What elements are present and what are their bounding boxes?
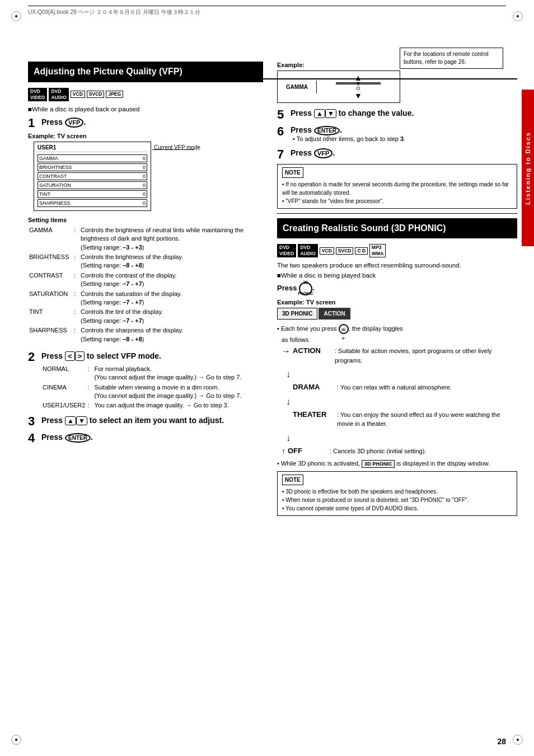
- badge-dvd-video: DVDVIDEO: [28, 88, 47, 101]
- corner-tr: [513, 11, 523, 21]
- flow-down-2: ↓: [286, 397, 517, 407]
- step-3-title: Press ▲▼ to select an item you want to a…: [41, 416, 224, 425]
- tv-screen: USER1 GAMMA 0 BRIGHTNESS 0 CONTRAST 0 SA…: [34, 142, 151, 211]
- flow-diagram: → ACTION : Suitable for action movies, s…: [282, 346, 517, 456]
- step-4-content: Press ENTER.: [41, 432, 263, 442]
- step-3-content: Press ▲▼ to select an item you want to a…: [41, 415, 263, 426]
- setting-table: GAMMA : Controls the brightness of neutr…: [28, 226, 263, 344]
- flow-desc-drama: : You can relax with a natural atmospher…: [337, 383, 517, 392]
- step-7-content: Press VFP.: [291, 148, 517, 157]
- corner-bl: [11, 735, 21, 745]
- note-item-1: • If no operation is made for several se…: [282, 180, 512, 197]
- mode-cinema: CINEMA : Suitable when viewing a movie i…: [41, 383, 263, 401]
- example-gamma-box: GAMMA ▲ ▼ O ▼: [277, 71, 400, 103]
- format-badges-vfp: DVDVIDEO DVDAUDIO VCD SVCD JPEG: [28, 88, 263, 101]
- example-right-label: Example:: [277, 62, 517, 68]
- setting-row-gamma: GAMMA : Controls the brightness of neutr…: [28, 226, 263, 252]
- format-badges-phonic: DVDVIDEO DVDAUDIO VCD SVCD C D MP3WMA: [277, 244, 517, 257]
- note-phonic-1: • 3D phonic is effective for both the sp…: [282, 487, 512, 496]
- step-3-row: 3 Press ▲▼ to select an item you want to…: [28, 415, 263, 428]
- gamma-label: GAMMA: [278, 81, 317, 93]
- tv-row-tint: TINT 0: [38, 190, 147, 198]
- step-6-sub: • To adjust other items, go back to step…: [293, 134, 517, 144]
- flow-arrow-up: ↑: [282, 447, 285, 456]
- setting-items-label: Setting items: [28, 217, 263, 223]
- badge-phonic-cd: C D: [355, 247, 368, 255]
- flow-label-drama: DRAMA: [293, 383, 337, 391]
- step-2-row: 2 Press <> to select VFP mode. NORMAL : …: [28, 351, 263, 411]
- example-tv-label: Example: TV screen: [28, 133, 263, 139]
- flow-action: → ACTION : Suitable for action movies, s…: [282, 346, 517, 365]
- badge-vcd: VCD: [71, 91, 85, 98]
- left-column: Adjusting the Picture Quality (VFP) DVDV…: [28, 62, 263, 448]
- phonic-toggle-note2: as follows.: [282, 336, 517, 343]
- gamma-slider: ▲ ▼ O ▼: [317, 71, 400, 102]
- note-phonic-2: • When noise is produced or sound is dis…: [282, 496, 512, 504]
- badge-phonic-dvd-audio: DVDAUDIO: [298, 244, 317, 257]
- flow-label-off: OFF: [288, 447, 330, 455]
- filename-text: UX-Q09[A].book 28 ページ ２０４年９月６日 月曜日 午後３時２…: [28, 8, 200, 16]
- step-6-content: Press ENTER. • To adjust other items, go…: [291, 125, 517, 144]
- step-2-number: 2: [28, 351, 41, 363]
- tv-row-sharpness: SHARPNESS 0: [38, 199, 147, 207]
- step-5-content: Press ▲▼ to change the value.: [291, 109, 517, 118]
- note-box-vfp: NOTE • If no operation is made for sever…: [277, 164, 517, 209]
- flow-arrow-right: →: [282, 346, 291, 356]
- step-7-title: Press VFP.: [291, 148, 335, 157]
- step-1-number: 1: [28, 117, 41, 129]
- note-item-2: • "VFP" stands for "video fine processor…: [282, 197, 512, 205]
- tv-screen-container: USER1 GAMMA 0 BRIGHTNESS 0 CONTRAST 0 SA…: [34, 142, 263, 211]
- tv-row-saturation: SATURATION 0: [38, 181, 147, 189]
- step-6-row: 6 Press ENTER. • To adjust other items, …: [277, 125, 517, 144]
- badge-jpeg: JPEG: [106, 91, 123, 98]
- step-4-number: 4: [28, 432, 41, 444]
- badge-phonic-mp3: MP3WMA: [369, 244, 386, 257]
- phonic-toggle-note: • Each time you press 3DP, the display t…: [277, 324, 517, 334]
- side-tab: Listening to Discs: [522, 90, 534, 246]
- flow-label-theater: THEATER: [293, 410, 337, 419]
- tv-row-brightness: BRIGHTNESS 0: [38, 163, 147, 171]
- tv-row-gamma: GAMMA 0: [38, 154, 147, 162]
- step-3-number: 3: [28, 415, 41, 428]
- setting-row-contrast: CONTRAST : Controls the contrast of the …: [28, 271, 263, 289]
- step-2-content: Press <> to select VFP mode. NORMAL : Fo…: [41, 351, 263, 411]
- phonic-tv-screen: 3D PHONIC ACTION: [277, 308, 517, 320]
- setting-row-tint: TINT : Controls the tint of the display.…: [28, 307, 263, 326]
- step-4-title: Press ENTER.: [41, 433, 93, 442]
- flow-down-3: ↓: [286, 433, 517, 443]
- header-bar: UX-Q09[A].book 28 ページ ２０４年９月６日 月曜日 午後３時２…: [28, 6, 506, 16]
- phonic-desc: The two speakers produce an effect resem…: [277, 262, 517, 269]
- step-6-title: Press ENTER.: [291, 125, 342, 134]
- badge-dvd-audio: DVDAUDIO: [49, 88, 68, 101]
- badge-svcd: SVCD: [87, 91, 105, 98]
- right-column: Example: GAMMA ▲ ▼ O ▼ 5: [277, 62, 517, 519]
- setting-row-sharpness: SHARPNESS : Controls the sharpness of th…: [28, 326, 263, 344]
- step-1-content: Press VFP.: [41, 117, 263, 127]
- flow-down-1: ↓: [286, 369, 517, 379]
- example-phonic-label: Example: TV screen: [277, 299, 517, 306]
- badge-phonic-dvd-video: DVDVIDEO: [277, 244, 296, 257]
- step-1-row: 1 Press VFP.: [28, 117, 263, 129]
- display-note: • While 3D phonic is activated, 3D PHONI…: [277, 460, 517, 468]
- note-header-phonic: NOTE: [282, 475, 303, 485]
- current-vfp-line: [152, 149, 194, 150]
- mode-user: USER1/USER2 : You can adjust the image q…: [41, 401, 263, 410]
- section-title-phonic: Creating Realistic Sound (3D PHONIC): [277, 218, 517, 239]
- step-6-number: 6: [277, 125, 291, 138]
- phonic-box-label: 3D PHONIC: [277, 308, 317, 320]
- flow-label-action: ACTION: [293, 346, 335, 355]
- side-tab-text: Listening to Discs: [524, 132, 531, 205]
- flow-desc-theater: : You can enjoy the sound effect as if y…: [337, 410, 517, 429]
- step-4-row: 4 Press ENTER.: [28, 432, 263, 444]
- corner-br: [513, 735, 523, 745]
- step-5-number: 5: [277, 109, 291, 121]
- step-2-modes: NORMAL : For normal playback.(You cannot…: [41, 364, 263, 411]
- flow-off: ↑ OFF : Cancels 3D phonic (initial setti…: [282, 447, 517, 456]
- setting-row-saturation: SATURATION : Controls the saturation of …: [28, 289, 263, 308]
- step-7-number: 7: [277, 148, 291, 161]
- step-1-title: Press VFP.: [41, 118, 86, 126]
- step-5-title: Press ▲▼ to change the value.: [291, 109, 414, 118]
- note-box-phonic: NOTE • 3D phonic is effective for both t…: [277, 471, 517, 516]
- mode-normal: NORMAL : For normal playback.(You cannot…: [41, 364, 263, 383]
- badge-phonic-vcd: VCD: [320, 247, 334, 255]
